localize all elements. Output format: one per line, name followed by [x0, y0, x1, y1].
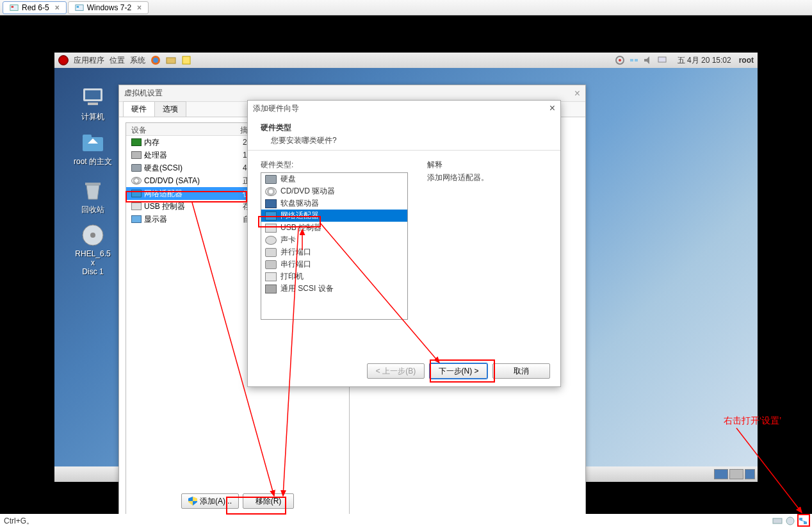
- desktop-icon-home[interactable]: root 的主文: [74, 129, 112, 167]
- desktop-icon-label: RHEL_6.5 x Disc 1: [75, 249, 110, 276]
- prn-icon: [265, 272, 277, 281]
- vm-settings-title: 虚拟机设置: [124, 88, 163, 99]
- hw-item-par[interactable]: 并行端口: [261, 246, 407, 258]
- hw-item-net[interactable]: 网络适配器: [261, 210, 407, 222]
- notes-icon[interactable]: [181, 55, 191, 65]
- vm-icon: [10, 3, 19, 12]
- snd-icon: [265, 236, 277, 245]
- menu-places[interactable]: 位置: [110, 55, 125, 66]
- hw-item-label: 并行端口: [280, 247, 311, 258]
- desktop-icon-computer[interactable]: 计算机: [74, 85, 112, 122]
- device-name: 内存: [144, 137, 240, 148]
- add-button-label: 添加(A)...: [200, 496, 232, 507]
- svg-rect-32: [804, 522, 807, 524]
- host-status-bar: Ctrl+G。: [0, 514, 812, 528]
- wizard-list-label: 硬件类型:: [261, 160, 408, 170]
- svg-rect-1: [12, 6, 14, 8]
- vm-tab-win7[interactable]: Windows 7-2 ×: [68, 1, 149, 14]
- file-manager-icon[interactable]: [166, 55, 176, 65]
- hw-item-label: 声卡: [280, 235, 296, 245]
- workspace-3[interactable]: [745, 469, 755, 479]
- hw-item-label: 打印机: [280, 271, 304, 282]
- redhat-logo-icon[interactable]: [58, 55, 69, 65]
- add-button[interactable]: 添加(A)...: [181, 493, 239, 509]
- device-name: USB 控制器: [144, 201, 240, 212]
- tray-disk-icon[interactable]: [772, 516, 783, 526]
- cancel-button[interactable]: 取消: [492, 363, 550, 379]
- update-icon[interactable]: [615, 55, 625, 65]
- wizard-explain-text: 添加网络适配器。: [427, 172, 548, 183]
- desktop-icon-label: 计算机: [81, 112, 104, 121]
- back-button: < 上一步(B): [367, 363, 425, 379]
- vm-icon: [75, 3, 84, 12]
- hdd-icon: [265, 175, 277, 184]
- svg-rect-16: [88, 103, 98, 105]
- display-icon[interactable]: [657, 55, 667, 65]
- hardware-type-list[interactable]: 硬盘 CD/DVD 驱动器 软盘驱动器 网络适配器 USB 控制器 声卡 并行端…: [261, 172, 408, 320]
- svg-rect-3: [76, 6, 79, 8]
- tray-network-icon[interactable]: [798, 516, 808, 526]
- fd-icon: [265, 199, 277, 208]
- hw-item-label: USB 控制器: [280, 222, 321, 233]
- wizard-titlebar[interactable]: 添加硬件向导 ×: [248, 101, 560, 116]
- hw-item-ser[interactable]: 串行端口: [261, 258, 407, 270]
- network-icon[interactable]: [629, 55, 639, 65]
- close-icon[interactable]: ×: [137, 3, 142, 12]
- folder-home-icon: [80, 129, 106, 155]
- add-hardware-wizard: 添加硬件向导 × 硬件类型 您要安装哪类硬件? 硬件类型: 硬盘 CD/DVD …: [247, 100, 561, 387]
- workspace-2[interactable]: [729, 469, 743, 479]
- ser-icon: [265, 260, 277, 269]
- firefox-icon[interactable]: [150, 55, 161, 65]
- device-name: 处理器: [144, 150, 240, 161]
- trash-icon: [80, 177, 106, 203]
- remove-button[interactable]: 移除(R): [243, 493, 294, 509]
- close-icon[interactable]: ×: [549, 103, 555, 114]
- hw-item-snd[interactable]: 声卡: [261, 234, 407, 246]
- scsi-icon: [265, 285, 277, 293]
- vm-tab-red65[interactable]: Red 6-5 ×: [3, 1, 67, 14]
- clock-text[interactable]: 五 4月 20 15:02: [678, 55, 731, 66]
- disp-icon: [131, 215, 142, 223]
- workspace-1[interactable]: [714, 469, 728, 479]
- hw-item-prn[interactable]: 打印机: [261, 270, 407, 283]
- menu-system[interactable]: 系统: [130, 55, 145, 66]
- annotation-text: 右击打开‘设置’: [724, 415, 781, 427]
- cd-icon: [265, 187, 277, 196]
- desktop-icon-label: 回收站: [81, 205, 104, 214]
- mem-icon: [131, 138, 142, 146]
- next-button[interactable]: 下一步(N) >: [430, 363, 487, 379]
- computer-icon: [80, 85, 106, 110]
- device-name: CD/DVD (SATA): [144, 176, 240, 185]
- tab-options[interactable]: 选项: [154, 101, 186, 117]
- wizard-explain-label: 解释: [427, 160, 548, 170]
- hw-item-scsi[interactable]: 通用 SCSI 设备: [261, 283, 407, 295]
- svg-rect-20: [85, 183, 101, 185]
- svg-point-5: [153, 58, 158, 63]
- tab-hardware[interactable]: 硬件: [123, 101, 155, 117]
- hdd-icon: [131, 164, 142, 172]
- desktop-icon-disc[interactable]: RHEL_6.5 x Disc 1: [74, 222, 112, 276]
- hw-item-label: 硬盘: [280, 174, 296, 185]
- status-text: Ctrl+G。: [4, 516, 34, 527]
- hw-item-label: 串行端口: [280, 259, 311, 270]
- user-name[interactable]: root: [739, 56, 754, 65]
- hw-item-hdd[interactable]: 硬盘: [261, 173, 407, 185]
- device-name: 硬盘(SCSI): [144, 163, 240, 174]
- shield-icon: [188, 497, 197, 506]
- tray-cd-icon[interactable]: [785, 516, 795, 526]
- svg-rect-31: [799, 518, 802, 520]
- desktop-icon-trash[interactable]: 回收站: [74, 177, 112, 215]
- hw-item-label: 软盘驱动器: [280, 198, 319, 209]
- svg-rect-6: [166, 58, 175, 63]
- vm-tab-label: Windows 7-2: [87, 3, 131, 12]
- hw-item-cd[interactable]: CD/DVD 驱动器: [261, 185, 407, 197]
- net-icon: [265, 211, 277, 220]
- remove-button-label: 移除(R): [256, 496, 282, 507]
- svg-point-22: [90, 233, 95, 238]
- close-icon[interactable]: ×: [55, 3, 60, 12]
- hw-item-usb[interactable]: USB 控制器: [261, 222, 407, 234]
- menu-applications[interactable]: 应用程序: [74, 55, 104, 66]
- volume-icon[interactable]: [643, 55, 653, 65]
- hw-item-fd[interactable]: 软盘驱动器: [261, 197, 407, 210]
- close-icon[interactable]: ×: [574, 88, 580, 99]
